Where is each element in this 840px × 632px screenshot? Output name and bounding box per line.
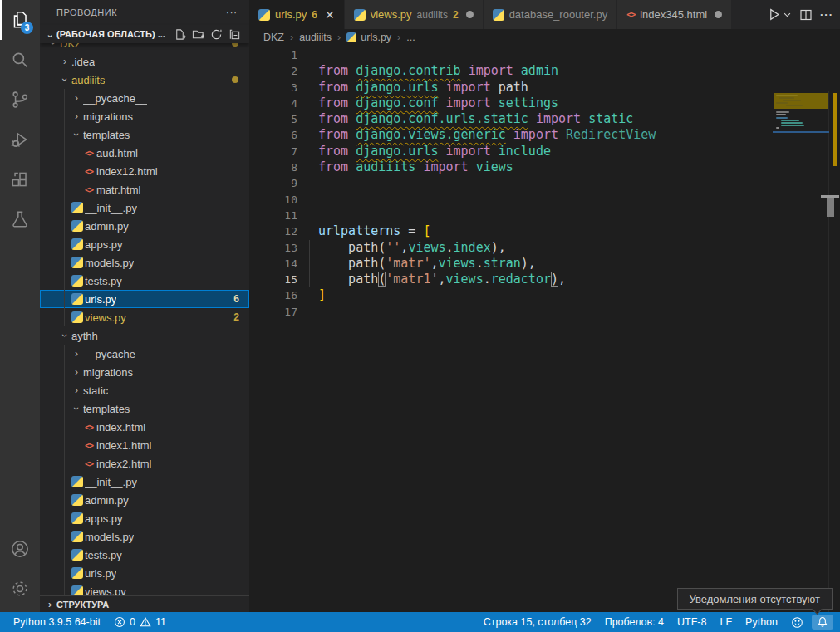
tree-item-index1-html[interactable]: <>index1.html (40, 436, 249, 454)
new-folder-icon[interactable] (192, 28, 204, 41)
tree-item-migrations[interactable]: ›migrations (40, 363, 249, 381)
tree-item-templates[interactable]: ›templates (40, 125, 249, 144)
explorer-badge: 3 (21, 22, 33, 34)
tree-item--pycache-[interactable]: ›__pycache__ (40, 89, 249, 107)
status-language-mode[interactable]: Python (739, 616, 784, 628)
code-line-2[interactable]: 2from django.contrib import admin (249, 63, 773, 79)
tree-item-label: aud.html (96, 147, 138, 159)
tree-item-static[interactable]: ›static (40, 381, 249, 399)
testing-icon[interactable] (0, 199, 40, 239)
minimap[interactable] (773, 91, 829, 199)
code-line-17[interactable]: 17 (249, 304, 773, 320)
explorer-icon[interactable]: 3 (0, 0, 40, 40)
status-problems[interactable]: 011 (107, 616, 173, 628)
search-icon[interactable] (0, 40, 40, 80)
status-eol[interactable]: LF (713, 616, 739, 628)
code-line-11[interactable]: 11 (249, 208, 773, 223)
tree-item-models-py[interactable]: models.py (40, 527, 249, 546)
tab-views-py[interactable]: views.pyaudiiits2 (345, 0, 484, 29)
tree-item-apps-py[interactable]: apps.py (40, 235, 249, 253)
dirty-dot-icon[interactable] (715, 11, 722, 18)
code-line-3[interactable]: 3from django.urls import path (249, 80, 773, 96)
source-control-icon[interactable] (0, 80, 40, 120)
tree-item-matr-html[interactable]: <>matr.html (40, 180, 249, 198)
tree-item-templates[interactable]: ›templates (40, 399, 249, 418)
tree-item-index-html[interactable]: <>index.html (40, 418, 249, 436)
tree-item-index12-html[interactable]: <>index12.html (40, 162, 249, 180)
workspace-section-header[interactable]: ⌄ (РАБОЧАЯ ОБЛАСТЬ) ... (40, 25, 249, 43)
python-file-icon (71, 549, 83, 561)
code-line-12[interactable]: 12urlpatterns = [ (249, 223, 773, 239)
breadcrumb-item[interactable]: ... (406, 32, 415, 43)
accounts-icon[interactable] (0, 529, 40, 569)
tree-item--pycache-[interactable]: ›__pycache__ (40, 345, 249, 363)
tree-item-urls-py[interactable]: urls.py (40, 564, 249, 582)
close-tab-icon[interactable]: ✕ (325, 9, 335, 21)
code-line-1[interactable]: 1 (249, 47, 773, 63)
tree-item-dkz[interactable]: ›DKZ (40, 43, 249, 52)
extensions-icon[interactable] (0, 159, 40, 199)
sidebar-more-actions[interactable]: ··· (226, 7, 238, 17)
refresh-icon[interactable] (210, 28, 223, 41)
status-cursor-position[interactable]: Строка 15, столбец 32 (477, 616, 598, 628)
tree-item-label: index.html (96, 421, 145, 434)
run-and-debug-icon[interactable] (0, 120, 40, 159)
code-line-9[interactable]: 9 (249, 175, 773, 191)
tree-item-views-py[interactable]: views.py (40, 582, 249, 596)
tree-item-audiiits[interactable]: ›audiiits (40, 71, 249, 89)
split-editor-button[interactable] (799, 8, 813, 22)
code-line-13[interactable]: 13 path('',views.index), (249, 240, 773, 256)
python-file-icon (258, 9, 270, 21)
code-line-5[interactable]: 5from django.conf.urls.static import sta… (249, 111, 773, 127)
tab-urls-py[interactable]: urls.py6✕ (249, 0, 345, 29)
collapse-all-icon[interactable] (228, 28, 241, 41)
chevron-collapsed-icon: › (70, 385, 83, 396)
status-feedback[interactable] (784, 616, 810, 629)
tree-item-aythh[interactable]: ›aythh (40, 326, 249, 345)
breadcrumb-item[interactable]: urls.py (346, 32, 391, 43)
python-file-icon (71, 257, 83, 268)
tree-item-index2-html[interactable]: <>index2.html (40, 454, 249, 473)
tree-item-admin-py[interactable]: admin.py (40, 217, 249, 235)
code-line-8[interactable]: 8from audiiits import views (249, 159, 773, 175)
editor-scrollbar[interactable] (828, 91, 840, 612)
tab-database-roouter-py[interactable]: database_roouter.py (484, 0, 618, 29)
settings-gear-icon[interactable] (0, 569, 40, 609)
tree-item-admin-py[interactable]: admin.py (40, 491, 249, 509)
tree-item-label: migrations (83, 366, 133, 379)
tree-item-aud-html[interactable]: <>aud.html (40, 144, 249, 162)
code-line-15[interactable]: 15 path('matr1',views.redactor), (249, 272, 773, 287)
more-actions-button[interactable]: ··· (820, 8, 833, 21)
breadcrumb-item[interactable]: audiiits (299, 32, 332, 43)
tree-item-models-py[interactable]: models.py (40, 253, 249, 272)
line-number: 8 (249, 159, 308, 175)
code-line-6[interactable]: 6from django.views.generic import Redire… (249, 127, 773, 143)
outline-section-header[interactable]: › СТРУКТУРА (40, 595, 249, 612)
tree-item--idea[interactable]: ›.idea (40, 52, 249, 71)
tree-item-migrations[interactable]: ›migrations (40, 107, 249, 125)
code-line-7[interactable]: 7from django.urls import include (249, 144, 773, 159)
status-encoding[interactable]: UTF-8 (671, 616, 713, 628)
tree-item-views-py[interactable]: views.py2 (40, 308, 249, 326)
tree-item--init-py[interactable]: __init__.py (40, 198, 249, 217)
status-bar: Python 3.9.5 64-bit011 Строка 15, столбе… (0, 612, 840, 632)
breadcrumb-item[interactable]: DKZ (263, 32, 284, 43)
code-line-10[interactable]: 10 (249, 192, 773, 208)
tab-index345-html[interactable]: <>index345.html (617, 0, 732, 29)
editor-code-area[interactable]: 12from django.contrib import admin3from … (249, 46, 840, 612)
tree-item-tests-py[interactable]: tests.py (40, 546, 249, 564)
code-line-4[interactable]: 4from django.conf import settings (249, 96, 773, 111)
tree-item--init-py[interactable]: __init__.py (40, 473, 249, 491)
tree-item-urls-py[interactable]: urls.py6 (40, 290, 249, 308)
status-notifications-bell[interactable] (812, 615, 833, 630)
tree-item-apps-py[interactable]: apps.py (40, 509, 249, 527)
run-button[interactable] (767, 7, 792, 22)
status-python-interpreter[interactable]: Python 3.9.5 64-bit (7, 616, 107, 628)
code-line-14[interactable]: 14 path('matr',views.stran), (249, 256, 773, 272)
dirty-dot-icon[interactable] (466, 11, 474, 18)
code-line-16[interactable]: 16] (249, 287, 773, 303)
new-file-icon[interactable] (174, 28, 186, 41)
error-icon (114, 616, 125, 628)
status-indentation[interactable]: Пробелов: 4 (598, 616, 671, 628)
tree-item-tests-py[interactable]: tests.py (40, 272, 249, 290)
